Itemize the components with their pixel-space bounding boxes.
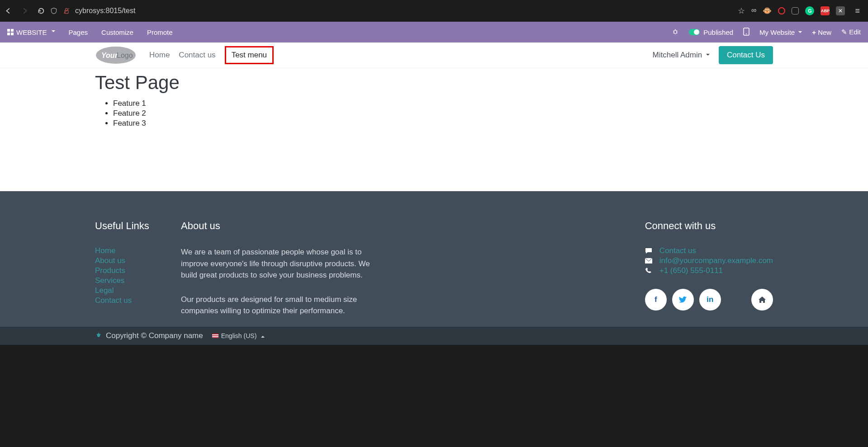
footer-link-home[interactable]: Home bbox=[95, 246, 115, 255]
ext-infinity-icon[interactable]: ∞ bbox=[751, 6, 756, 15]
svg-line-11 bbox=[677, 33, 678, 33]
extension-icons: ☆ ∞ 🐵 G ABP ✕ ≡ bbox=[738, 6, 863, 16]
site-header: Your Logo Home Contact us Test menu Mitc… bbox=[0, 42, 868, 68]
user-name-label: Mitchell Admin bbox=[653, 51, 702, 59]
caret-up-icon bbox=[261, 334, 265, 338]
page-title: Test Page bbox=[95, 72, 773, 94]
ext-circle-icon[interactable] bbox=[778, 7, 785, 14]
nav-test-menu[interactable]: Test menu bbox=[225, 46, 274, 64]
svg-rect-4 bbox=[7, 33, 10, 35]
flag-us-icon bbox=[212, 334, 218, 338]
useful-links-col: Useful Links Home About us Products Serv… bbox=[95, 220, 181, 329]
published-label: Published bbox=[703, 28, 733, 36]
footer-link-about[interactable]: About us bbox=[95, 256, 125, 265]
svg-point-13 bbox=[746, 33, 747, 34]
phone-icon bbox=[645, 268, 653, 274]
svg-line-20 bbox=[96, 334, 97, 334]
ext-x-icon[interactable]: ✕ bbox=[836, 6, 845, 15]
back-button[interactable] bbox=[5, 7, 13, 15]
svg-line-8 bbox=[673, 31, 674, 31]
svg-rect-5 bbox=[11, 33, 14, 35]
envelope-icon bbox=[645, 258, 653, 263]
about-paragraph-1: We are a team of passionate people whose… bbox=[181, 246, 380, 281]
admin-bar: WEBSITE Pages Customize Promote Publishe… bbox=[0, 22, 868, 42]
new-button[interactable]: +New bbox=[812, 28, 831, 36]
ext-g-icon[interactable]: G bbox=[805, 6, 814, 15]
forward-button[interactable] bbox=[21, 7, 29, 15]
footer: Useful Links Home About us Products Serv… bbox=[0, 191, 868, 327]
linkedin-button[interactable]: in bbox=[699, 289, 721, 311]
useful-links-title: Useful Links bbox=[95, 220, 181, 232]
about-title: About us bbox=[181, 220, 434, 232]
footer-link-products[interactable]: Products bbox=[95, 266, 125, 275]
phone-link[interactable]: +1 (650) 555-0111 bbox=[659, 266, 723, 275]
nav-contact-us[interactable]: Contact us bbox=[179, 51, 215, 60]
pencil-icon: ✎ bbox=[841, 28, 847, 36]
menu-customize[interactable]: Customize bbox=[101, 28, 133, 36]
menu-pages[interactable]: Pages bbox=[69, 28, 88, 36]
svg-rect-2 bbox=[7, 29, 10, 32]
svg-rect-3 bbox=[11, 29, 14, 32]
url-text[interactable]: cybrosys:8015/test bbox=[75, 7, 135, 15]
connect-col: Connect with us Contact us info@yourcomp… bbox=[645, 220, 773, 329]
user-menu[interactable]: Mitchell Admin bbox=[653, 51, 710, 60]
browser-chrome: cybrosys:8015/test ☆ ∞ 🐵 G ABP ✕ ≡ bbox=[0, 0, 868, 22]
svg-line-9 bbox=[677, 31, 678, 31]
hamburger-menu-icon[interactable]: ≡ bbox=[855, 6, 860, 16]
app-label: WEBSITE bbox=[16, 28, 47, 36]
contact-us-button[interactable]: Contact Us bbox=[719, 46, 773, 64]
menu-promote[interactable]: Promote bbox=[147, 28, 173, 36]
my-website-dropdown[interactable]: My Website bbox=[759, 28, 802, 36]
about-paragraph-2: Our products are designed for small to m… bbox=[181, 294, 380, 317]
caret-down-icon bbox=[52, 30, 55, 34]
nav-home[interactable]: Home bbox=[149, 51, 170, 60]
footer-link-legal[interactable]: Legal bbox=[95, 286, 114, 295]
feature-item: Feature 3 bbox=[113, 119, 773, 128]
published-toggle[interactable] bbox=[689, 29, 700, 35]
about-us-col: About us We are a team of passionate peo… bbox=[181, 220, 434, 329]
website-app-dropdown[interactable]: WEBSITE bbox=[7, 28, 55, 36]
chat-icon bbox=[645, 248, 653, 254]
my-website-label: My Website bbox=[759, 28, 795, 36]
mobile-preview-icon[interactable] bbox=[743, 28, 749, 37]
reload-button[interactable] bbox=[37, 7, 45, 15]
connect-title: Connect with us bbox=[645, 220, 773, 232]
main-content: Test Page Feature 1 Feature 2 Feature 3 bbox=[0, 68, 868, 191]
twitter-button[interactable] bbox=[672, 289, 694, 311]
ext-square-icon[interactable] bbox=[792, 7, 799, 14]
shield-icon[interactable] bbox=[50, 7, 58, 15]
copyright-text: Copyright © Company name bbox=[106, 331, 203, 340]
feature-item: Feature 2 bbox=[113, 109, 773, 118]
svg-line-21 bbox=[100, 334, 100, 334]
lock-slash-icon[interactable] bbox=[62, 7, 71, 15]
facebook-button[interactable]: f bbox=[645, 289, 667, 311]
bug-icon[interactable] bbox=[95, 331, 102, 341]
svg-text:Your: Your bbox=[101, 52, 118, 59]
apps-grid-icon bbox=[7, 29, 14, 35]
feature-list: Feature 1 Feature 2 Feature 3 bbox=[95, 99, 773, 128]
language-label: English (US) bbox=[221, 332, 257, 339]
svg-point-18 bbox=[97, 333, 100, 337]
contact-us-link[interactable]: Contact us bbox=[659, 246, 696, 255]
edit-button[interactable]: ✎Edit bbox=[841, 28, 861, 36]
bottom-bar: Copyright © Company name English (US) bbox=[0, 327, 868, 345]
caret-down-icon bbox=[706, 54, 710, 57]
home-button[interactable] bbox=[751, 289, 773, 311]
plus-icon: + bbox=[812, 28, 816, 36]
site-logo[interactable]: Your Logo bbox=[95, 46, 137, 65]
ext-monkey-icon[interactable]: 🐵 bbox=[763, 6, 772, 15]
caret-down-icon bbox=[798, 31, 802, 35]
language-selector[interactable]: English (US) bbox=[212, 332, 265, 339]
bookmark-star-icon[interactable]: ☆ bbox=[738, 6, 745, 16]
ext-abp-icon[interactable]: ABP bbox=[821, 6, 830, 15]
footer-link-contact[interactable]: Contact us bbox=[95, 296, 132, 305]
bug-icon[interactable] bbox=[672, 28, 679, 37]
svg-point-6 bbox=[674, 30, 677, 33]
email-link[interactable]: info@yourcompany.example.com bbox=[659, 256, 773, 265]
footer-link-services[interactable]: Services bbox=[95, 276, 124, 285]
feature-item: Feature 1 bbox=[113, 99, 773, 108]
svg-text:Logo: Logo bbox=[117, 52, 133, 59]
svg-line-10 bbox=[673, 33, 674, 33]
